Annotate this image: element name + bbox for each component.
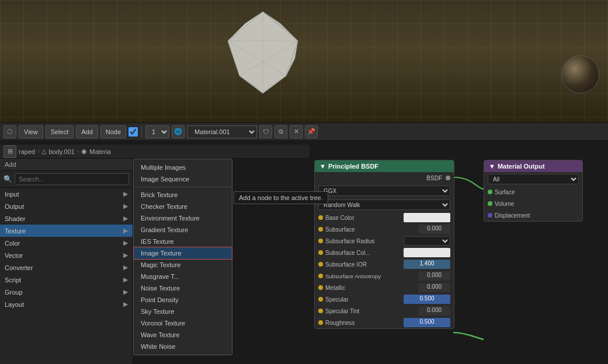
- base-color-label: Base Color: [325, 215, 354, 221]
- subsurface-radius-socket: [318, 239, 323, 243]
- ctx-point-density[interactable]: Point Density: [134, 294, 232, 306]
- sidebar-item-output[interactable]: Output ▶: [0, 200, 133, 212]
- sidebar-item-texture[interactable]: Texture ▶: [0, 225, 133, 237]
- arrow-icon: ▶: [123, 288, 128, 296]
- base-color-socket: [318, 215, 323, 220]
- base-color-row: Base Color: [315, 212, 454, 223]
- node-editor-toolbar: ⬡ View Select Add Node 1 🌐 Material.001 …: [0, 123, 608, 140]
- sidebar-item-input[interactable]: Input ▶: [0, 188, 133, 200]
- ctx-multiple-images[interactable]: Multiple Images: [134, 162, 232, 173]
- environment-sphere: [561, 55, 599, 93]
- ctx-image-texture[interactable]: Image Texture: [134, 247, 232, 259]
- node-menu[interactable]: Node: [100, 125, 126, 138]
- view-menu[interactable]: View: [19, 125, 43, 138]
- ctx-image-sequence[interactable]: Image Sequence: [134, 173, 232, 185]
- search-box: 🔍: [0, 171, 133, 188]
- ctx-gradient-texture[interactable]: Gradient Texture: [134, 224, 232, 236]
- ctx-environment-texture[interactable]: Environment Texture: [134, 212, 232, 224]
- specular-socket: [318, 297, 323, 302]
- tooltip: Add a node to the active tree.: [234, 191, 328, 204]
- ctx-noise-texture[interactable]: Noise Texture: [134, 282, 232, 294]
- bsdf-header: ▼ Principled BSDF: [315, 160, 454, 172]
- sidebar-item-converter[interactable]: Converter ▶: [0, 261, 133, 274]
- subsurface-ior-socket: [318, 262, 323, 267]
- subsurface-radius-label: Subsurface Radius: [325, 238, 375, 244]
- volume-socket: [488, 201, 492, 206]
- subsurface-radius-row: Subsurface Radius: [315, 235, 454, 247]
- specular-field[interactable]: 0.500: [404, 295, 450, 304]
- ctx-voronoi-texture[interactable]: Voronoi Texture: [134, 317, 232, 329]
- use-nodes-checkbox[interactable]: [128, 127, 138, 136]
- arrow-icon: ▶: [123, 202, 128, 210]
- metallic-row: Metallic 0.000: [315, 282, 454, 293]
- subsurface-radius-select[interactable]: [404, 236, 450, 246]
- subsurface-label: Subsurface: [325, 226, 355, 233]
- 3d-viewport[interactable]: [0, 0, 608, 123]
- distribution-select[interactable]: GGX: [318, 186, 450, 196]
- principled-bsdf-node[interactable]: ▼ Principled BSDF BSDF GGX Random Walk B…: [314, 160, 454, 329]
- sidebar-item-script[interactable]: Script ▶: [0, 274, 133, 286]
- volume-row: Volume: [484, 198, 582, 209]
- subsurface-value[interactable]: 0.000: [418, 225, 450, 234]
- subsurface-aniso-value[interactable]: 0.000: [418, 271, 450, 281]
- ctx-sky-texture[interactable]: Sky Texture: [134, 306, 232, 317]
- material-name-field[interactable]: Material.001: [187, 125, 257, 138]
- subsurface-socket: [318, 227, 323, 232]
- ctx-white-noise[interactable]: White Noise: [134, 341, 232, 352]
- roughness-socket: [318, 320, 323, 325]
- sidebar-item-vector[interactable]: Vector ▶: [0, 249, 133, 261]
- breadcrumb-body: body.001: [48, 148, 74, 155]
- displacement-socket: [488, 213, 492, 218]
- shield-icon[interactable]: 🛡: [259, 125, 272, 138]
- ctx-wave-texture[interactable]: Wave Texture: [134, 329, 232, 341]
- subsurface-aniso-label: Subsurface Anisotropy: [325, 273, 381, 279]
- ctx-sep-1: [134, 187, 232, 187]
- ctx-musgrave-texture[interactable]: Musgrave T...: [134, 271, 232, 282]
- breadcrumb: ⊞ raped › △ body.001 › ◉ Materia: [0, 145, 310, 159]
- pin-icon[interactable]: 📌: [305, 125, 318, 138]
- breadcrumb-material: Materia: [89, 148, 111, 155]
- sidebar-item-shader[interactable]: Shader ▶: [0, 212, 133, 225]
- specular-tint-value[interactable]: 0.000: [418, 306, 450, 316]
- arrow-icon: ▶: [123, 300, 128, 308]
- displacement-label: Displacement: [495, 212, 530, 219]
- subsurface-color-swatch[interactable]: [404, 248, 450, 257]
- ctx-brick-texture[interactable]: Brick Texture: [134, 189, 232, 201]
- select-menu[interactable]: Select: [46, 125, 74, 138]
- add-menu[interactable]: Add: [76, 125, 98, 138]
- ctx-checker-texture[interactable]: Checker Texture: [134, 201, 232, 212]
- subsurface-row: Subsurface 0.000: [315, 223, 454, 235]
- specular-label: Specular: [325, 296, 348, 303]
- subsurface-ior-label: Subsurface IOR: [325, 261, 367, 268]
- add-label: Add: [0, 159, 133, 171]
- subsurface-method-select[interactable]: Random Walk: [318, 200, 450, 210]
- ctx-ies-texture[interactable]: IES Texture: [134, 236, 232, 247]
- surface-label: Surface: [495, 189, 515, 195]
- editor-type-icon[interactable]: ⬡: [4, 125, 16, 138]
- volume-label: Volume: [495, 201, 514, 207]
- ctx-magic-texture[interactable]: Magic Texture: [134, 259, 232, 271]
- sidebar-item-layout[interactable]: Layout ▶: [0, 298, 133, 310]
- version-select[interactable]: 1: [145, 125, 169, 138]
- expand-icon[interactable]: ⊞: [4, 145, 16, 158]
- surface-socket: [488, 190, 492, 194]
- metallic-label: Metallic: [325, 285, 345, 291]
- close-icon[interactable]: ✕: [290, 125, 303, 138]
- roughness-field[interactable]: 0.500: [404, 318, 450, 327]
- world-icon[interactable]: 🌐: [172, 125, 185, 138]
- material-output-node[interactable]: ▼ Material Output All Surface Volume Dis…: [484, 160, 583, 222]
- search-input[interactable]: [15, 173, 129, 185]
- subsurface-aniso-row: Subsurface Anisotropy 0.000: [315, 270, 454, 282]
- metallic-value[interactable]: 0.000: [418, 283, 450, 292]
- breadcrumb-mesh-icon: △: [41, 148, 46, 155]
- base-color-swatch[interactable]: [404, 213, 450, 222]
- arrow-icon: ▶: [123, 227, 128, 235]
- sidebar-item-color[interactable]: Color ▶: [0, 237, 133, 249]
- breadcrumb-material-icon: ◉: [81, 148, 87, 155]
- copy-icon[interactable]: ⧉: [275, 125, 287, 138]
- subsurface-aniso-socket: [318, 274, 323, 278]
- subsurface-ior-field[interactable]: 1.400: [404, 260, 450, 269]
- add-node-panel: Add 🔍 Input ▶ Output ▶ Shader ▶ Texture …: [0, 159, 133, 364]
- sidebar-item-group[interactable]: Group ▶: [0, 286, 133, 298]
- output-all-select[interactable]: All: [488, 174, 579, 184]
